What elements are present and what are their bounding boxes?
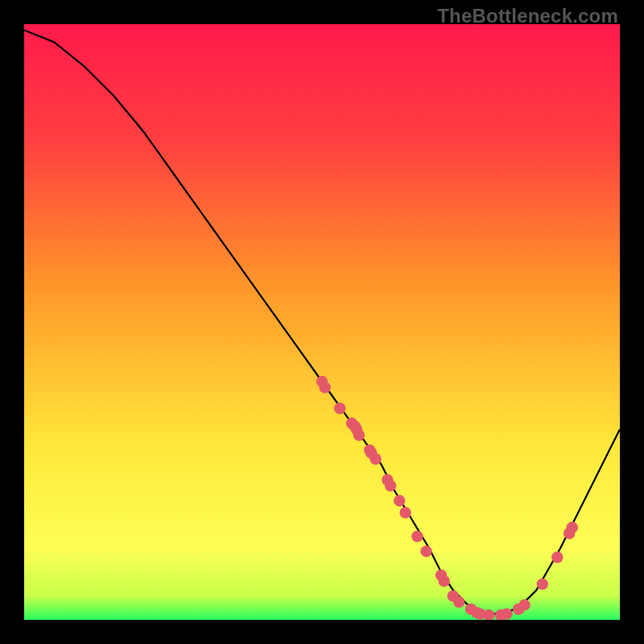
scatter-point xyxy=(551,551,563,563)
scatter-point xyxy=(320,382,331,393)
scatter-point xyxy=(411,530,423,542)
scatter-point xyxy=(567,522,578,533)
scatter-point xyxy=(439,576,450,587)
scatter-point xyxy=(399,507,411,518)
scatter-point xyxy=(518,599,530,610)
chart-background xyxy=(24,24,620,620)
scatter-point xyxy=(420,546,431,557)
scatter-point xyxy=(394,495,405,506)
scatter-point xyxy=(453,597,464,608)
scatter-point xyxy=(501,608,512,619)
watermark-text: TheBottleneck.com xyxy=(437,5,618,27)
scatter-point xyxy=(537,578,548,589)
chart-frame xyxy=(24,24,620,620)
scatter-point xyxy=(334,402,345,414)
scatter-point xyxy=(369,453,381,464)
chart-svg xyxy=(24,24,620,620)
scatter-point xyxy=(353,429,365,440)
scatter-point xyxy=(385,480,396,491)
